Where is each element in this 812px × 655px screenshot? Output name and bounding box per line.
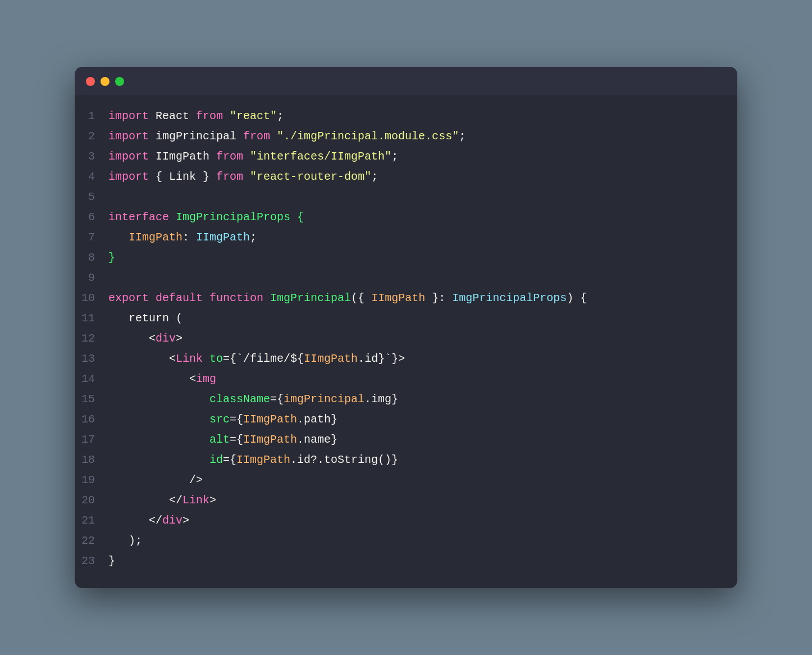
line-number: 16 [75, 411, 108, 429]
token: imgPrincipal [284, 393, 364, 406]
code-line: 18 id={IImgPath.id?.toString()} [75, 450, 737, 470]
line-content: export default function ImgPrincipal({ I… [108, 289, 587, 307]
line-content: id={IImgPath.id?.toString()} [108, 451, 398, 469]
token: img [196, 372, 216, 385]
token: ; [250, 231, 257, 244]
code-line: 3import IImgPath from "interfaces/IImgPa… [75, 147, 737, 167]
token: </ [108, 494, 183, 507]
line-content: alt={IImgPath.name} [108, 431, 337, 449]
token: } [108, 251, 115, 264]
token: { [149, 170, 169, 183]
token: ImgPrincipalProps { [169, 211, 304, 224]
token: > [209, 494, 216, 507]
line-number: 5 [75, 188, 108, 206]
token [108, 413, 209, 426]
token: ={ [270, 393, 284, 406]
token: IImgPath [236, 453, 290, 466]
token: alt [209, 433, 230, 446]
token [243, 170, 250, 183]
token: > [183, 514, 189, 527]
code-line: 6interface ImgPrincipalProps { [75, 207, 737, 228]
line-content: interface ImgPrincipalProps { [108, 208, 304, 226]
token: }: [425, 292, 452, 304]
token: .name} [297, 433, 337, 446]
line-content: ); [108, 532, 142, 550]
line-number: 14 [75, 370, 108, 388]
code-line: 8} [75, 248, 737, 268]
line-content: IImgPath: IImgPath; [108, 229, 257, 247]
code-line: 2import imgPrincipal from "./imgPrincipa… [75, 126, 737, 147]
line-content: </div> [108, 512, 189, 530]
token: ; [371, 170, 378, 183]
token: .id?.toString()} [290, 453, 398, 466]
code-line: 12 <div> [75, 329, 737, 349]
line-content: import imgPrincipal from "./imgPrincipal… [108, 128, 466, 145]
token: interface [108, 211, 169, 224]
line-number: 3 [75, 148, 108, 166]
token: ={ [230, 413, 243, 426]
code-line: 16 src={IImgPath.path} [75, 410, 737, 430]
line-content: import IImgPath from "interfaces/IImgPat… [108, 148, 398, 166]
token: ; [277, 110, 284, 122]
token: IImgPath [243, 433, 297, 446]
token: div [156, 332, 176, 345]
token: .id}`}> [358, 352, 405, 365]
line-number: 17 [75, 431, 108, 449]
token: /> [108, 474, 203, 486]
token: from [216, 170, 243, 183]
token [108, 453, 209, 466]
token: < [108, 372, 196, 385]
token: div [162, 514, 183, 527]
code-line: 17 alt={IImgPath.name} [75, 430, 737, 450]
token: < [108, 352, 176, 365]
token: import [108, 170, 149, 183]
code-line: 1import React from "react"; [75, 106, 737, 126]
line-number: 15 [75, 390, 108, 408]
line-number: 23 [75, 552, 108, 570]
code-line: 10export default function ImgPrincipal({… [75, 288, 737, 308]
token: ImgPrincipal [263, 292, 351, 304]
line-number: 22 [75, 532, 108, 550]
line-content: src={IImgPath.path} [108, 411, 337, 429]
token: IImgPath [371, 292, 425, 304]
line-number: 2 [75, 128, 108, 145]
code-editor: 1import React from "react";2import imgPr… [75, 95, 737, 588]
token: ) { [567, 292, 587, 304]
token: import [108, 110, 149, 122]
token: src [209, 413, 230, 426]
token: from [243, 130, 270, 143]
token [149, 292, 156, 304]
token: } [196, 170, 216, 183]
line-number: 6 [75, 208, 108, 226]
code-line: 23} [75, 551, 737, 571]
code-line: 13 <Link to={`/filme/${IImgPath.id}`}> [75, 349, 737, 369]
token: default [156, 292, 203, 304]
token: export [108, 292, 149, 304]
line-number: 20 [75, 492, 108, 510]
maximize-button[interactable] [115, 77, 124, 86]
line-number: 18 [75, 451, 108, 469]
code-line: 19 /> [75, 470, 737, 490]
code-line: 22 ); [75, 531, 737, 551]
token: React [149, 110, 196, 122]
line-number: 12 [75, 330, 108, 348]
minimize-button[interactable] [101, 77, 110, 86]
token: imgPrincipal [149, 130, 243, 143]
token: ={ [223, 453, 236, 466]
token: import [108, 150, 149, 163]
token: ({ [351, 292, 371, 304]
code-line: 20 </Link> [75, 490, 737, 511]
close-button[interactable] [86, 77, 95, 86]
token: ; [391, 150, 398, 163]
token: id [209, 453, 223, 466]
token: IImgPath [196, 231, 250, 244]
code-window: 1import React from "react";2import imgPr… [75, 67, 737, 588]
token: import [108, 130, 149, 143]
code-line: 7 IImgPath: IImgPath; [75, 228, 737, 248]
line-content: /> [108, 471, 203, 489]
code-line: 11 return ( [75, 308, 737, 329]
token: to [209, 352, 223, 365]
line-content: className={imgPrincipal.img} [108, 390, 398, 408]
line-content: } [108, 552, 115, 570]
code-line: 15 className={imgPrincipal.img} [75, 389, 737, 410]
